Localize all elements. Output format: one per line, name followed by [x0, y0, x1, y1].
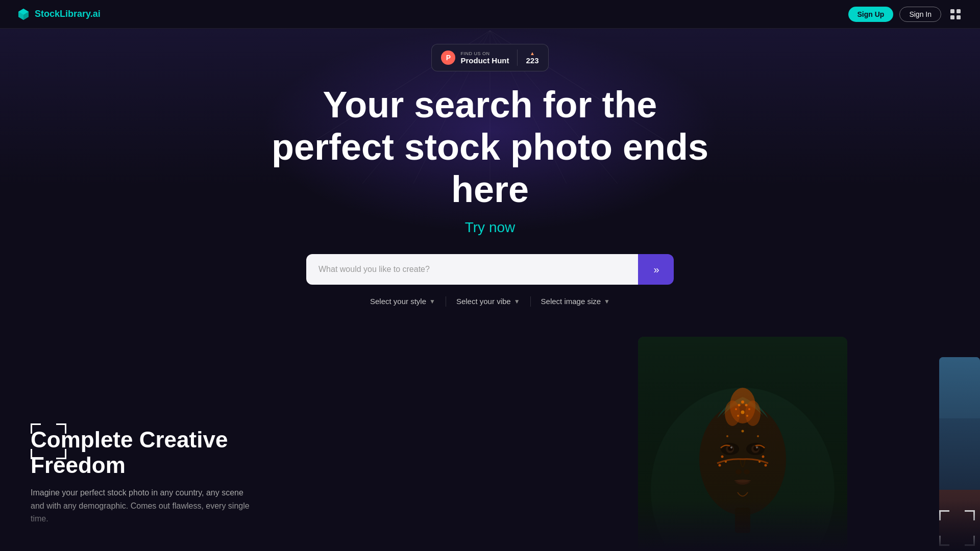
- product-hunt-score: ▲ 223: [526, 51, 538, 65]
- hero-section: P FIND US ON Product Hunt ▲ 223 Your sea…: [0, 0, 980, 309]
- corner-bracket-bl-br: [939, 536, 949, 546]
- corner-bracket-tr: [56, 423, 66, 434]
- face-artwork: [638, 337, 847, 551]
- search-container: »: [306, 254, 674, 285]
- corner-bracket-br-br: [965, 536, 975, 546]
- image-showcase: [623, 337, 980, 551]
- corner-marks-topleft: [31, 423, 66, 459]
- search-arrow-icon: »: [653, 264, 658, 276]
- product-hunt-badge[interactable]: P FIND US ON Product Hunt ▲ 223: [431, 44, 548, 71]
- section-title: Complete Creative Freedom: [31, 427, 327, 478]
- filter-row: Select your style ▼ Select your vibe ▼ S…: [364, 294, 616, 309]
- svg-rect-3: [957, 15, 961, 19]
- logo-icon: [16, 7, 31, 21]
- product-hunt-text: FIND US ON Product Hunt: [460, 51, 509, 65]
- filter-separator: [446, 296, 446, 307]
- badge-divider: [517, 49, 518, 66]
- corner-bracket-tr-br: [965, 510, 975, 520]
- corner-marks-bottomright: [939, 510, 975, 546]
- bottom-section: Complete Creative Freedom Imagine your p…: [0, 337, 980, 551]
- logo-text: StockLibrary.ai: [35, 9, 101, 19]
- style-dropdown[interactable]: Select your style ▼: [364, 294, 442, 309]
- grid-icon[interactable]: [947, 6, 964, 22]
- nav-actions: Sign Up Sign In: [848, 6, 964, 22]
- chevron-down-icon: ▼: [429, 298, 435, 305]
- corner-bracket-bl: [31, 449, 41, 459]
- corner-bracket-tl: [31, 423, 41, 434]
- section-description: Imagine your perfect stock photo in any …: [31, 486, 255, 525]
- face-svg: [638, 337, 847, 551]
- filter-separator-2: [530, 296, 531, 307]
- showcase-main-image: [638, 337, 847, 551]
- size-dropdown[interactable]: Select image size ▼: [535, 294, 616, 309]
- signup-button[interactable]: Sign Up: [848, 7, 894, 22]
- search-button[interactable]: »: [638, 254, 674, 285]
- search-input[interactable]: [306, 254, 638, 285]
- hero-cta-text[interactable]: Try now: [465, 219, 516, 236]
- product-hunt-icon: P: [441, 51, 455, 65]
- corner-bracket-br: [56, 449, 66, 459]
- navbar: StockLibrary.ai Sign Up Sign In: [0, 0, 980, 29]
- corner-bracket-tl-br: [939, 510, 949, 520]
- chevron-down-icon: ▼: [604, 298, 610, 305]
- chevron-down-icon: ▼: [514, 298, 520, 305]
- vibe-dropdown[interactable]: Select your vibe ▼: [450, 294, 526, 309]
- svg-rect-2: [950, 15, 954, 19]
- svg-rect-45: [638, 337, 847, 551]
- signin-button[interactable]: Sign In: [899, 7, 941, 22]
- hero-title: Your search for the perfect stock photo …: [260, 84, 720, 210]
- svg-rect-0: [950, 9, 954, 13]
- logo[interactable]: StockLibrary.ai: [16, 7, 101, 21]
- svg-rect-1: [957, 9, 961, 13]
